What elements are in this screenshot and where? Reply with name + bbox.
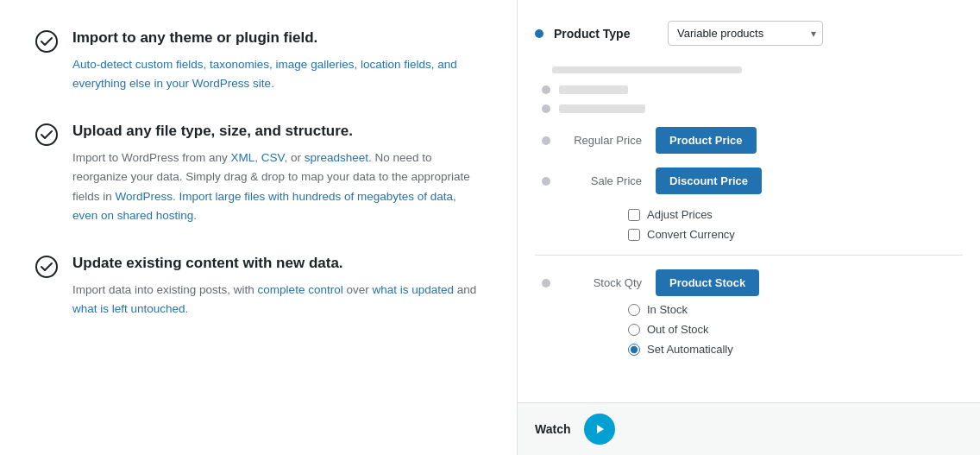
stock-qty-label: Stock Qty [564,276,642,289]
divider [535,255,963,256]
product-price-button[interactable]: Product Price [656,127,757,154]
product-stock-button[interactable]: Product Stock [656,269,759,296]
feature-title-3: Update existing content with new data. [72,253,482,274]
svg-marker-3 [597,425,604,433]
placeholder-row-2 [542,104,963,113]
stock-qty-row: Stock Qty Product Stock [535,269,963,296]
play-icon [593,422,606,436]
convert-currency-label: Convert Currency [647,228,735,241]
in-stock-radio-item[interactable]: In Stock [628,303,963,316]
feature-desc-3: Import data into existing posts, with co… [72,281,482,319]
placeholder-bar-top [552,66,742,73]
svg-point-1 [36,124,57,145]
regular-price-label: Regular Price [564,134,642,147]
stock-status-radio-group: In Stock Out of Stock Set Automatically [535,303,963,356]
sale-price-label: Sale Price [564,174,642,187]
placeholder-dot-1 [542,85,550,94]
product-type-label: Product Type [554,27,657,41]
right-panel: Product Type Variable products Simple pr… [518,0,980,455]
stock-qty-dot [542,279,550,288]
regular-price-dot [542,136,550,145]
feature-desc-2: Import to WordPress from any XML, CSV, o… [72,149,482,225]
feature-item-3: Update existing content with new data. I… [35,253,482,319]
feature-content-1: Import to any theme or plugin field. Aut… [72,28,482,93]
feature-content-2: Upload any file type, size, and structur… [72,121,482,225]
out-of-stock-radio-item[interactable]: Out of Stock [628,323,963,336]
watch-label: Watch [535,422,570,436]
set-automatically-radio-item[interactable]: Set Automatically [628,343,963,356]
svg-point-2 [36,256,57,277]
set-automatically-label: Set Automatically [647,343,733,356]
watch-row: Watch [518,402,980,455]
placeholder-dot-2 [542,104,550,113]
in-stock-radio[interactable] [628,304,640,316]
check-circle-icon-1 [35,29,59,54]
placeholder-row-1 [542,85,963,94]
check-circle-icon-2 [35,123,59,147]
discount-price-button[interactable]: Discount Price [656,167,762,194]
placeholder-bar-2 [559,104,645,113]
feature-desc-1: Auto-detect custom fields, taxonomies, i… [72,55,482,94]
product-type-select-wrapper: Variable products Simple products Groupe… [668,21,823,46]
checkbox-group: Adjust Prices Convert Currency [535,208,963,241]
left-panel: Import to any theme or plugin field. Aut… [0,0,518,455]
regular-price-row: Regular Price Product Price [535,127,963,154]
product-type-row: Product Type Variable products Simple pr… [535,21,963,46]
adjust-prices-checkbox-item[interactable]: Adjust Prices [628,208,963,221]
set-automatically-radio[interactable] [628,344,640,356]
feature-title-1: Import to any theme or plugin field. [72,28,482,48]
sale-price-dot [542,177,550,186]
placeholder-rows [535,85,963,113]
out-of-stock-radio[interactable] [628,324,640,336]
in-stock-label: In Stock [647,303,688,316]
sale-price-row: Sale Price Discount Price [535,167,963,194]
adjust-prices-checkbox[interactable] [628,209,640,221]
feature-content-3: Update existing content with new data. I… [72,253,482,319]
convert-currency-checkbox-item[interactable]: Convert Currency [628,228,963,241]
out-of-stock-label: Out of Stock [647,323,709,336]
feature-item-2: Upload any file type, size, and structur… [35,121,482,225]
check-circle-icon-3 [35,255,59,279]
feature-title-2: Upload any file type, size, and structur… [72,121,482,142]
convert-currency-checkbox[interactable] [628,229,640,241]
watch-button[interactable] [584,414,615,445]
product-type-select[interactable]: Variable products Simple products Groupe… [668,21,823,46]
svg-point-0 [36,31,57,52]
placeholder-bar-1 [559,85,628,94]
adjust-prices-label: Adjust Prices [647,208,713,221]
feature-item-1: Import to any theme or plugin field. Aut… [35,28,482,93]
product-type-dot [535,29,543,38]
